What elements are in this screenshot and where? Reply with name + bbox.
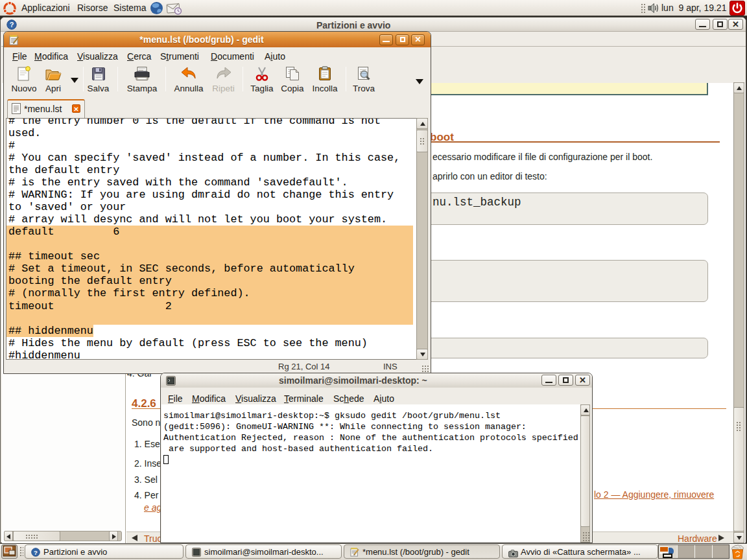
- svg-text:?: ?: [10, 21, 14, 29]
- svg-text:?: ?: [34, 549, 38, 556]
